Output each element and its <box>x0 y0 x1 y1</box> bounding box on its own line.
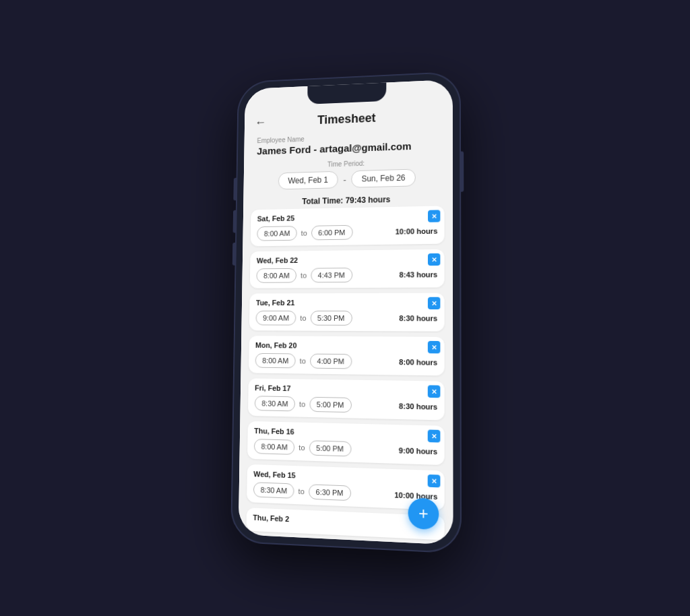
delete-entry-button[interactable]: ✕ <box>428 341 441 354</box>
power-button[interactable] <box>461 151 464 191</box>
start-time-button[interactable]: 8:30 AM <box>253 482 294 499</box>
entries-list: ✕ Sat, Feb 25 8:00 AM to 6:00 PM 10:00 h… <box>239 206 453 545</box>
entry-card: ✕ Wed, Feb 22 8:00 AM to 4:43 PM 8:43 ho… <box>250 249 445 288</box>
entry-row: 9:00 AM to 5:30 PM 8:30 hours <box>255 311 437 326</box>
entry-card: ✕ Tue, Feb 21 9:00 AM to 5:30 PM 8:30 ho… <box>249 293 445 332</box>
delete-entry-button[interactable]: ✕ <box>428 385 441 398</box>
screen-content: ← Timesheet Employee Name James Ford - a… <box>239 80 453 545</box>
to-label: to <box>299 487 305 496</box>
entry-row: 8:00 AM to 5:00 PM 9:00 hours <box>254 439 437 459</box>
time-period-label: Time Period: <box>257 158 439 171</box>
delete-entry-button[interactable]: ✕ <box>428 210 440 222</box>
entry-date: Wed, Feb 22 <box>257 255 438 265</box>
to-label: to <box>299 400 305 408</box>
time-period-row: Wed, Feb 1 - Sun, Feb 26 <box>256 168 439 191</box>
start-time-button[interactable]: 8:30 AM <box>255 396 296 411</box>
hours-label: 8:30 hours <box>399 402 437 411</box>
end-time-button[interactable]: 5:00 PM <box>309 440 351 456</box>
to-label: to <box>301 229 307 237</box>
entry-row: 8:00 AM to 4:43 PM 8:43 hours <box>256 267 437 283</box>
end-date-button[interactable]: Sun, Feb 26 <box>352 169 416 188</box>
delete-entry-button[interactable]: ✕ <box>428 253 440 266</box>
start-time-button[interactable]: 8:00 AM <box>256 268 296 283</box>
entry-date: Fri, Feb 17 <box>255 383 437 395</box>
entry-card: ✕ Fri, Feb 17 8:30 AM to 5:00 PM 8:30 ho… <box>248 378 445 420</box>
hours-label: 10:00 hours <box>396 227 438 236</box>
page-title: Timesheet <box>317 111 376 127</box>
hours-label: 9:00 hours <box>399 446 437 456</box>
to-label: to <box>300 357 306 365</box>
end-time-button[interactable]: 4:00 PM <box>310 354 352 369</box>
entry-row: 8:00 AM to 4:00 PM 8:00 hours <box>255 353 438 370</box>
entry-card: ✕ Sat, Feb 25 8:00 AM to 6:00 PM 10:00 h… <box>251 206 445 246</box>
entry-card: ✕ Mon, Feb 20 8:00 AM to 4:00 PM 8:00 ho… <box>249 336 445 375</box>
delete-entry-button[interactable]: ✕ <box>428 474 441 487</box>
end-time-button[interactable]: 6:30 PM <box>309 484 351 501</box>
entry-row: 8:30 AM to 5:00 PM 8:30 hours <box>255 396 438 414</box>
delete-entry-button[interactable]: ✕ <box>428 429 441 442</box>
silent-switch[interactable] <box>232 243 235 266</box>
time-period-section: Time Period: Wed, Feb 1 - Sun, Feb 26 <box>243 153 452 194</box>
end-time-button[interactable]: 4:43 PM <box>311 268 352 282</box>
volume-up-button[interactable] <box>233 178 236 201</box>
date-dash: - <box>343 175 346 185</box>
end-time-button[interactable]: 5:30 PM <box>310 311 352 326</box>
entry-date: Mon, Feb 20 <box>255 341 437 350</box>
back-button[interactable]: ← <box>255 116 266 130</box>
entry-date: Thu, Feb 16 <box>254 427 437 439</box>
start-time-button[interactable]: 8:00 AM <box>257 226 297 241</box>
delete-entry-button[interactable]: ✕ <box>428 297 440 309</box>
hours-label: 8:00 hours <box>399 358 437 367</box>
hours-label: 8:30 hours <box>399 314 437 322</box>
phone-screen: ← Timesheet Employee Name James Ford - a… <box>239 80 453 545</box>
start-date-button[interactable]: Wed, Feb 1 <box>278 171 338 190</box>
end-time-button[interactable]: 5:00 PM <box>309 397 352 412</box>
start-time-button[interactable]: 9:00 AM <box>255 311 296 326</box>
entry-date: Tue, Feb 21 <box>256 299 437 307</box>
volume-down-button[interactable] <box>233 210 236 233</box>
entry-row: 8:00 AM to 6:00 PM 10:00 hours <box>257 224 437 241</box>
start-time-button[interactable]: 8:00 AM <box>255 353 296 369</box>
plus-icon: + <box>418 503 429 524</box>
to-label: to <box>301 272 307 280</box>
hours-label: 8:43 hours <box>400 270 438 278</box>
phone-frame: ← Timesheet Employee Name James Ford - a… <box>230 71 462 554</box>
entry-card: ✕ Thu, Feb 16 8:00 AM to 5:00 PM 9:00 ho… <box>247 421 445 465</box>
end-time-button[interactable]: 6:00 PM <box>311 225 352 241</box>
start-time-button[interactable]: 8:00 AM <box>254 439 295 455</box>
to-label: to <box>299 443 305 452</box>
entry-date: Sat, Feb 25 <box>257 212 438 223</box>
phone-notch <box>307 83 386 104</box>
entry-row: 8:30 AM to 6:30 PM 10:00 hours <box>253 482 437 504</box>
to-label: to <box>300 314 306 322</box>
